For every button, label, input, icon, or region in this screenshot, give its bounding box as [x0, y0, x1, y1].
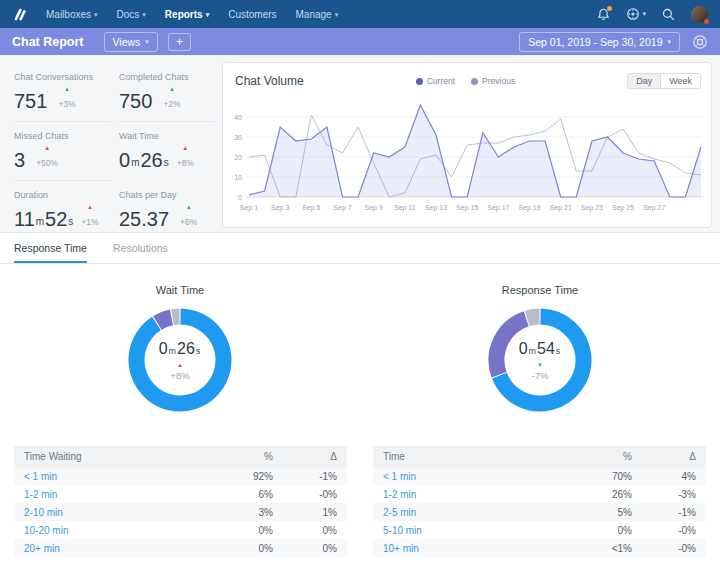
bucket-link[interactable]: 20+ min [14, 539, 209, 557]
column-header: Δ [283, 446, 347, 467]
table-row: 1-2 min 26% -3% [373, 485, 706, 503]
chevron-down-icon: ▾ [667, 38, 671, 46]
nav-item[interactable]: Customers [228, 9, 276, 20]
svg-text:30: 30 [234, 134, 242, 141]
trend-arrow-icon: ▲ [44, 145, 50, 151]
stat-card: Chats per Day 25.37 ▲ +6% [119, 181, 215, 240]
nav-item[interactable]: Manage ▾ [296, 9, 339, 20]
avatar-status-dot [704, 19, 709, 24]
stat-card: Missed Chats 3 ▲ +50% [14, 122, 110, 181]
table-row: 1-2 min 6% -0% [14, 485, 347, 503]
table-header-row: Time Waiting % Δ [14, 446, 347, 467]
user-avatar[interactable] [691, 6, 708, 23]
chart-header: Chat Volume Current Previous [223, 63, 711, 91]
svg-text:Sep 1: Sep 1 [240, 204, 258, 212]
wait-time-donut-panel: Wait Time 0m26s ▲ +8% [0, 264, 360, 446]
toolbar-right: Sep 01, 2019 - Sep 30, 2019 ▾ [519, 32, 708, 52]
svg-text:Sep 11: Sep 11 [394, 204, 416, 212]
stat-value: 0m26s ▲ +8% [119, 145, 215, 174]
svg-text:10: 10 [234, 174, 242, 181]
column-header: % [568, 446, 642, 467]
svg-text:Sep 17: Sep 17 [487, 204, 509, 212]
chevron-down-icon: ▾ [206, 11, 210, 18]
bucket-link[interactable]: 10-20 min [14, 521, 209, 539]
stat-value: 25.37 ▲ +6% [119, 204, 215, 233]
nav-item[interactable]: Mailboxes ▾ [46, 9, 98, 20]
stat-delta: ▲ +3% [58, 86, 75, 115]
svg-text:Sep 9: Sep 9 [365, 204, 383, 212]
bucket-link[interactable]: 1-2 min [373, 485, 568, 503]
donut-center: 0m54s ▼ -7% [488, 308, 592, 412]
column-header: Time [373, 446, 568, 467]
stat-card: Wait Time 0m26s ▲ +8% [119, 122, 215, 181]
bucket-link[interactable]: 10+ min [373, 539, 568, 557]
notification-badge [607, 6, 612, 11]
chat-volume-card: Chat Volume Current Previous [222, 62, 712, 228]
svg-text:Sep 27: Sep 27 [643, 204, 665, 212]
trend-arrow-icon: ▲ [186, 204, 192, 210]
day-week-toggle: Day Week [627, 73, 701, 89]
overview-section: Chat Conversations 751 ▲ +3% Completed C… [0, 55, 720, 233]
helpscout-logo-icon[interactable] [12, 7, 27, 22]
stat-label: Wait Time [119, 131, 215, 141]
stat-value: 750 ▲ +2% [119, 86, 215, 115]
bucket-link[interactable]: 1-2 min [14, 485, 209, 503]
help-buoy-icon[interactable] [692, 34, 708, 50]
svg-text:Sep 19: Sep 19 [518, 204, 540, 212]
stat-delta: ▲ +8% [177, 145, 194, 174]
svg-text:Sep 3: Sep 3 [271, 204, 289, 212]
bucket-link[interactable]: 5-10 min [373, 521, 568, 539]
table-header-row: Time % Δ [373, 446, 706, 467]
column-header: Time Waiting [14, 446, 209, 467]
trend-arrow-icon: ▲ [87, 204, 93, 210]
stat-card: Chat Conversations 751 ▲ +3% [14, 63, 110, 122]
notifications-bell-icon[interactable] [597, 8, 610, 21]
table-row: 2-5 min 5% -1% [373, 503, 706, 521]
table-row: 2-10 min 3% 1% [14, 503, 347, 521]
toggle-day-button[interactable]: Day [628, 74, 660, 88]
svg-text:Sep 13: Sep 13 [425, 204, 447, 212]
chart-legend: Current Previous [304, 76, 627, 86]
table-row: 10-20 min 0% 0% [14, 521, 347, 539]
table-row: 10+ min <1% -0% [373, 539, 706, 557]
svg-text:20: 20 [234, 154, 242, 161]
legend-item[interactable]: Previous [471, 76, 515, 86]
stat-card: Duration 11m52s ▲ +1% [14, 181, 110, 240]
date-range-button[interactable]: Sep 01, 2019 - Sep 30, 2019 ▾ [519, 32, 680, 52]
trend-arrow-icon: ▲ [182, 145, 188, 151]
time-waiting-table: Time Waiting % Δ < 1 min 92% -1% 1-2 min [14, 446, 347, 557]
column-header: % [209, 446, 283, 467]
nav-item[interactable]: Docs ▾ [117, 9, 146, 20]
stat-label: Chats per Day [119, 190, 215, 200]
settings-gear-icon[interactable]: ▾ [626, 7, 646, 21]
bucket-link[interactable]: < 1 min [14, 467, 209, 485]
table-row: 20+ min 0% 0% [14, 539, 347, 557]
bucket-link[interactable]: 2-5 min [373, 503, 568, 521]
stat-delta: ▲ +2% [163, 86, 180, 115]
stats-grid: Chat Conversations 751 ▲ +3% Completed C… [14, 63, 215, 240]
search-icon[interactable] [662, 8, 675, 21]
bucket-link[interactable]: 2-10 min [14, 503, 209, 521]
legend-dot-icon [471, 78, 478, 85]
bucket-link[interactable]: < 1 min [373, 467, 568, 485]
chart-title: Chat Volume [235, 74, 304, 88]
svg-text:40: 40 [234, 114, 242, 121]
response-time-table: Time % Δ < 1 min 70% 4% 1-2 min 26% [373, 446, 706, 557]
trend-arrow-icon: ▲ [177, 362, 183, 368]
response-time-donut-panel: Response Time 0m54s ▼ -7% [360, 264, 720, 446]
stat-label: Duration [14, 190, 110, 200]
chevron-down-icon: ▾ [94, 11, 98, 18]
trend-arrow-icon: ▲ [64, 86, 70, 92]
nav-item[interactable]: Reports ▾ [165, 9, 209, 20]
stat-delta: ▲ +1% [81, 204, 98, 233]
legend-item[interactable]: Current [416, 76, 455, 86]
table-row: < 1 min 70% 4% [373, 467, 706, 485]
column-header: Δ [642, 446, 706, 467]
trend-arrow-icon: ▲ [169, 86, 175, 92]
donut-center: 0m26s ▲ +8% [128, 308, 232, 412]
stat-label: Completed Chats [119, 72, 215, 82]
toggle-week-button[interactable]: Week [660, 74, 700, 88]
chevron-down-icon: ▾ [642, 10, 646, 18]
add-view-button[interactable]: + [168, 33, 191, 51]
views-button[interactable]: Views ▾ [104, 32, 158, 52]
